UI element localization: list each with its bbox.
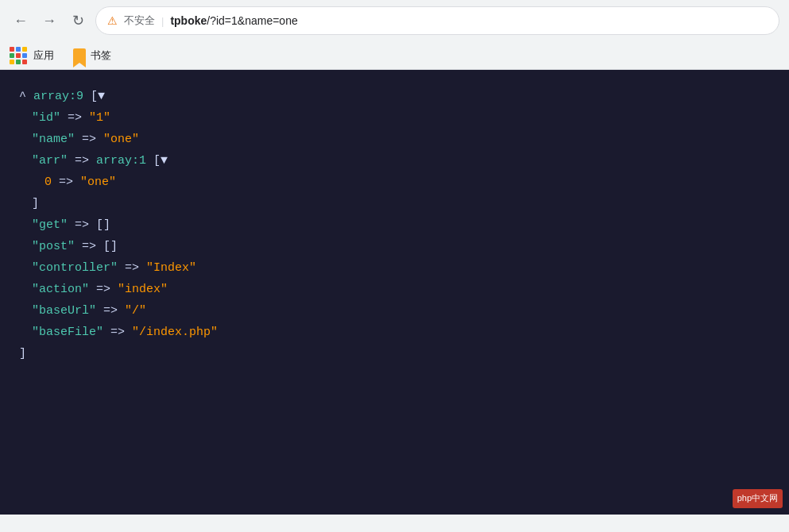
index-0: 0 bbox=[44, 172, 52, 193]
array-label: array:9 bbox=[33, 86, 83, 107]
open-bracket-1: [▼ bbox=[91, 86, 105, 107]
arrow-11: => bbox=[103, 300, 118, 322]
key-action: "action" bbox=[32, 279, 89, 300]
apps-dot-7 bbox=[10, 60, 14, 64]
key-basefile: "baseFile" bbox=[32, 322, 103, 343]
apps-icon[interactable] bbox=[10, 47, 27, 64]
arrow-10: => bbox=[96, 279, 110, 300]
arrow-8: => bbox=[82, 236, 96, 257]
arrow-5: => bbox=[59, 172, 73, 193]
key-get: "get" bbox=[32, 214, 68, 236]
address-bar[interactable]: ⚠ 不安全 | tpboke/?id=1&name=one bbox=[95, 6, 779, 35]
code-line-4: "arr" => array:1 [▼ bbox=[19, 150, 770, 172]
arrow-4: => bbox=[75, 150, 89, 172]
val-baseurl: "/" bbox=[125, 300, 146, 322]
apps-dot-9 bbox=[22, 60, 27, 64]
code-line-11: "baseUrl" => "/" bbox=[19, 300, 770, 322]
val-id: "1" bbox=[89, 107, 110, 129]
arr-label: array:1 bbox=[96, 150, 146, 172]
code-output-area: ^ array:9 [▼ "id" => "1" "name" => "one"… bbox=[0, 70, 789, 515]
code-line-13: ] bbox=[19, 343, 770, 364]
val-basefile: "/index.php" bbox=[132, 322, 218, 343]
code-line-3: "name" => "one" bbox=[19, 129, 770, 150]
url-path: /?id=1&name=one bbox=[207, 14, 297, 27]
url-domain: tpboke bbox=[170, 14, 207, 27]
bookmark-icon bbox=[73, 48, 86, 63]
refresh-button[interactable]: ↻ bbox=[67, 10, 89, 32]
code-line-8: "post" => [] bbox=[19, 236, 770, 257]
code-line-10: "action" => "index" bbox=[19, 279, 770, 300]
arrow-9: => bbox=[125, 257, 139, 279]
key-arr: "arr" bbox=[32, 150, 68, 172]
apps-dot-3 bbox=[22, 47, 27, 52]
code-line-5: 0 => "one" bbox=[19, 172, 770, 193]
val-get: [] bbox=[96, 214, 110, 236]
back-button[interactable]: ← bbox=[10, 10, 32, 32]
arrow-2: => bbox=[68, 107, 82, 129]
code-line-1: ^ array:9 [▼ bbox=[19, 86, 770, 107]
apps-dot-2 bbox=[16, 47, 21, 52]
key-baseurl: "baseUrl" bbox=[32, 300, 96, 322]
bookmarks-bar: 应用 书签 bbox=[0, 41, 789, 70]
forward-button[interactable]: → bbox=[38, 10, 60, 32]
val-action: "index" bbox=[118, 279, 168, 300]
apps-dot-4 bbox=[10, 53, 14, 58]
val-post: [] bbox=[103, 236, 118, 257]
code-line-12: "baseFile" => "/index.php" bbox=[19, 322, 770, 343]
apps-dot-5 bbox=[16, 53, 21, 58]
key-post: "post" bbox=[32, 236, 75, 257]
arrow-12: => bbox=[110, 322, 125, 343]
url-display: tpboke/?id=1&name=one bbox=[170, 14, 297, 27]
apps-label[interactable]: 应用 bbox=[33, 48, 54, 63]
close-bracket-arr: ] bbox=[32, 193, 39, 214]
apps-dot-8 bbox=[16, 60, 21, 64]
val-controller: "Index" bbox=[146, 257, 196, 279]
security-warning-icon: ⚠ bbox=[107, 14, 118, 27]
apps-dot-6 bbox=[22, 53, 27, 58]
key-id: "id" bbox=[32, 107, 60, 129]
security-text: 不安全 bbox=[124, 13, 155, 28]
val-arr-0: "one" bbox=[80, 172, 116, 193]
arrow-7: => bbox=[75, 214, 89, 236]
code-line-6: ] bbox=[19, 193, 770, 214]
caret-symbol: ^ bbox=[19, 86, 26, 107]
browser-chrome: ← → ↻ ⚠ 不安全 | tpboke/?id=1&name=one 应用 bbox=[0, 0, 789, 70]
nav-bar: ← → ↻ ⚠ 不安全 | tpboke/?id=1&name=one bbox=[0, 0, 789, 41]
bookmark-item[interactable]: 书签 bbox=[67, 47, 118, 64]
bookmark-label: 书签 bbox=[91, 48, 111, 63]
arrow-3: => bbox=[82, 129, 96, 150]
code-line-7: "get" => [] bbox=[19, 214, 770, 236]
address-separator: | bbox=[161, 15, 164, 27]
code-line-9: "controller" => "Index" bbox=[19, 257, 770, 279]
code-line-2: "id" => "1" bbox=[19, 107, 770, 129]
watermark: php中文网 bbox=[733, 489, 783, 508]
open-bracket-2: [▼ bbox=[153, 150, 168, 172]
apps-dot-1 bbox=[10, 47, 14, 52]
key-name: "name" bbox=[32, 129, 75, 150]
key-controller: "controller" bbox=[32, 257, 118, 279]
val-name: "one" bbox=[103, 129, 139, 150]
close-bracket-main: ] bbox=[19, 343, 26, 364]
